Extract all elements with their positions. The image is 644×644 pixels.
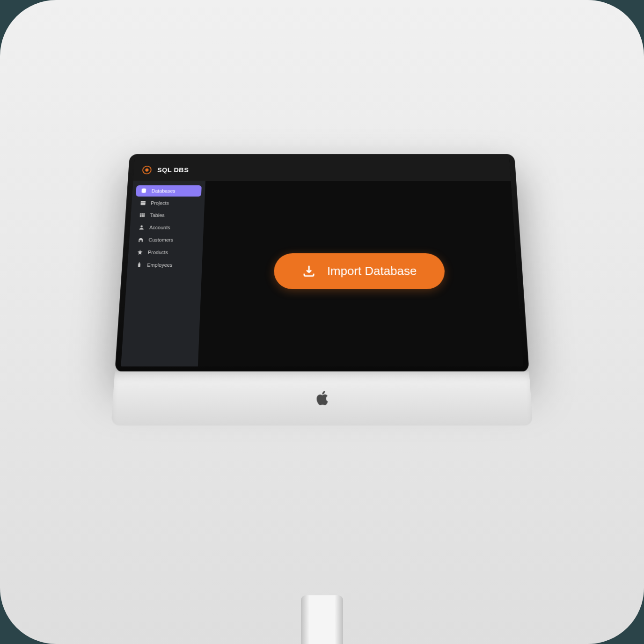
app-logo-icon [142, 165, 152, 175]
monitor-stand-neck [301, 595, 343, 644]
sidebar-item-customers[interactable]: Customers [132, 234, 199, 246]
apple-logo-icon [313, 389, 331, 407]
sidebar-item-accounts[interactable]: Accounts [133, 222, 200, 233]
svg-rect-6 [138, 263, 140, 267]
svg-rect-4 [140, 213, 145, 217]
monitor-chin [111, 371, 533, 425]
customers-icon [137, 237, 144, 243]
sidebar-item-employees[interactable]: Employees [131, 259, 198, 271]
monitor-mockup: SQL DBS Databases Projects [121, 145, 523, 422]
projects-icon [139, 200, 146, 206]
download-icon [302, 264, 316, 278]
database-icon [140, 188, 147, 194]
svg-point-5 [140, 226, 143, 227]
employees-icon [136, 262, 143, 268]
app-body: Databases Projects Tables Accoun [121, 181, 523, 366]
sidebar-item-products[interactable]: Products [132, 247, 199, 258]
svg-rect-3 [140, 201, 146, 205]
app-header: SQL DBS [133, 159, 511, 181]
tables-icon [139, 212, 146, 218]
sidebar-item-projects[interactable]: Projects [135, 198, 201, 209]
import-database-button[interactable]: Import Database [274, 253, 446, 289]
sidebar-item-tables[interactable]: Tables [134, 210, 201, 221]
sidebar-item-label: Employees [147, 262, 173, 268]
main-content: Import Database [198, 181, 523, 366]
import-button-label: Import Database [327, 264, 417, 278]
sidebar-item-label: Projects [151, 200, 169, 205]
sidebar-item-label: Accounts [149, 225, 170, 230]
sidebar-item-label: Products [148, 249, 168, 255]
sidebar-item-label: Customers [148, 237, 173, 242]
app-screen: SQL DBS Databases Projects [121, 159, 523, 366]
monitor-bezel: SQL DBS Databases Projects [115, 154, 529, 372]
sidebar-item-label: Databases [151, 188, 176, 193]
products-icon [137, 249, 144, 255]
svg-point-1 [145, 168, 148, 171]
accounts-icon [138, 224, 145, 230]
sidebar-item-databases[interactable]: Databases [136, 185, 202, 197]
sidebar-item-label: Tables [150, 212, 165, 218]
sidebar: Databases Projects Tables Accoun [121, 181, 205, 366]
app-title: SQL DBS [157, 166, 189, 173]
